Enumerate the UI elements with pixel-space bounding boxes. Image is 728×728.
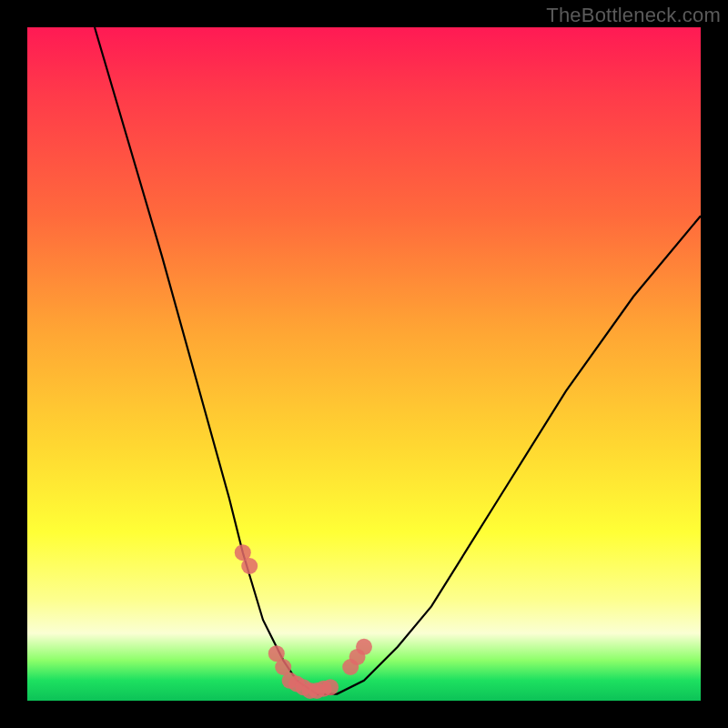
highlighted-points: [235, 544, 372, 699]
marker-dot: [322, 679, 339, 695]
marker-dot: [356, 639, 372, 655]
curve-layer: [27, 27, 701, 701]
curve-path: [95, 27, 701, 694]
watermark-text: TheBottleneck.com: [546, 4, 721, 27]
bottleneck-curve: [95, 27, 701, 694]
marker-dot: [241, 558, 258, 574]
chart-frame: TheBottleneck.com: [0, 0, 728, 728]
